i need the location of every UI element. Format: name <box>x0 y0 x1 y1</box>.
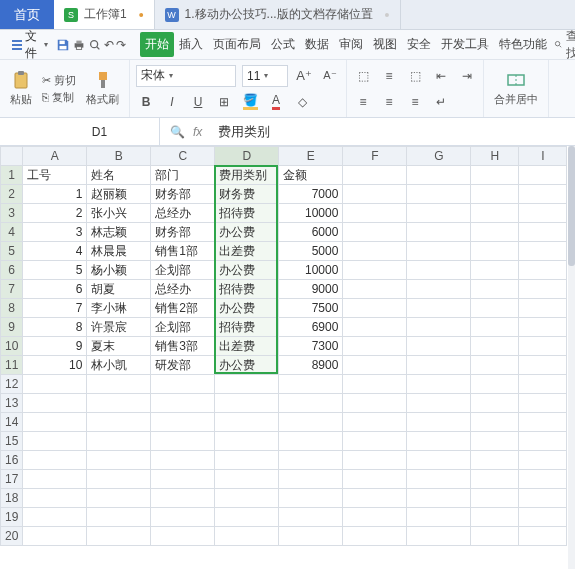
decrease-font-button[interactable]: A⁻ <box>320 66 340 86</box>
print-button[interactable] <box>72 34 86 56</box>
cell[interactable] <box>151 451 215 470</box>
cell[interactable] <box>407 470 471 489</box>
cell[interactable]: 6 <box>23 280 87 299</box>
cell[interactable] <box>471 242 519 261</box>
row-header[interactable]: 15 <box>1 432 23 451</box>
formula-input[interactable]: 费用类别 <box>212 123 575 141</box>
cell[interactable] <box>215 527 279 546</box>
cell[interactable] <box>471 489 519 508</box>
cell[interactable] <box>471 527 519 546</box>
col-header-H[interactable]: H <box>471 147 519 166</box>
cell[interactable]: 李小琳 <box>87 299 151 318</box>
cell[interactable] <box>343 375 407 394</box>
cell[interactable]: 5000 <box>279 242 343 261</box>
cell[interactable] <box>407 527 471 546</box>
cell[interactable]: 企划部 <box>151 318 215 337</box>
name-box[interactable]: D1 <box>40 118 160 145</box>
cell[interactable] <box>87 489 151 508</box>
cell[interactable] <box>343 470 407 489</box>
cell[interactable]: 7300 <box>279 337 343 356</box>
cell[interactable] <box>471 508 519 527</box>
row-header[interactable]: 7 <box>1 280 23 299</box>
cell[interactable] <box>151 508 215 527</box>
cell[interactable]: 财务部 <box>151 223 215 242</box>
cell[interactable] <box>519 280 567 299</box>
cut-button[interactable]: ✂剪切 <box>42 73 76 88</box>
cell[interactable] <box>519 451 567 470</box>
file-menu[interactable]: 文件 ▾ <box>6 25 54 65</box>
cell[interactable] <box>519 223 567 242</box>
ribbon-tab-9[interactable]: 特色功能 <box>494 32 552 57</box>
italic-button[interactable]: I <box>162 92 182 112</box>
lookup-icon[interactable]: 🔍 <box>170 125 185 139</box>
preview-button[interactable] <box>88 34 102 56</box>
cell[interactable] <box>279 394 343 413</box>
col-header-G[interactable]: G <box>407 147 471 166</box>
cell[interactable] <box>151 394 215 413</box>
align-right-button[interactable]: ≡ <box>405 92 425 112</box>
cell[interactable] <box>215 432 279 451</box>
wrap-text-button[interactable]: ↵ <box>431 92 451 112</box>
cell[interactable]: 杨小颖 <box>87 261 151 280</box>
cell[interactable]: 工号 <box>23 166 87 185</box>
cell[interactable] <box>343 489 407 508</box>
cell[interactable]: 9000 <box>279 280 343 299</box>
cell[interactable] <box>407 204 471 223</box>
cell[interactable]: 6900 <box>279 318 343 337</box>
cell[interactable] <box>519 318 567 337</box>
cell[interactable] <box>519 337 567 356</box>
cell[interactable] <box>151 470 215 489</box>
cell[interactable] <box>215 489 279 508</box>
cell[interactable] <box>471 299 519 318</box>
cell[interactable] <box>87 451 151 470</box>
cell[interactable] <box>343 451 407 470</box>
cell[interactable]: 财务部 <box>151 185 215 204</box>
cell[interactable] <box>87 508 151 527</box>
cell[interactable] <box>407 318 471 337</box>
clear-format-button[interactable]: ◇ <box>292 92 312 112</box>
cell[interactable] <box>519 413 567 432</box>
cell[interactable]: 销售1部 <box>151 242 215 261</box>
ribbon-tab-7[interactable]: 安全 <box>402 32 436 57</box>
decrease-indent-button[interactable]: ⇤ <box>431 66 451 86</box>
cell[interactable] <box>519 394 567 413</box>
cell[interactable] <box>215 394 279 413</box>
cell[interactable] <box>279 470 343 489</box>
cell[interactable] <box>87 432 151 451</box>
cell[interactable]: 10000 <box>279 204 343 223</box>
row-header[interactable]: 13 <box>1 394 23 413</box>
cell[interactable] <box>519 508 567 527</box>
row-header[interactable]: 4 <box>1 223 23 242</box>
cell[interactable] <box>343 413 407 432</box>
spreadsheet-grid[interactable]: ABCDEFGHI1工号姓名部门费用类别金额21赵丽颖财务部财务费700032张… <box>0 146 575 569</box>
cell[interactable] <box>471 280 519 299</box>
row-header[interactable]: 10 <box>1 337 23 356</box>
cell[interactable] <box>343 185 407 204</box>
cell[interactable] <box>407 413 471 432</box>
cell[interactable] <box>23 394 87 413</box>
cell[interactable]: 销售3部 <box>151 337 215 356</box>
cell[interactable]: 4 <box>23 242 87 261</box>
cell[interactable]: 企划部 <box>151 261 215 280</box>
undo-button[interactable]: ↶ <box>104 34 114 56</box>
cell[interactable] <box>519 432 567 451</box>
cell[interactable]: 招待费 <box>215 318 279 337</box>
cell[interactable] <box>23 527 87 546</box>
cell[interactable] <box>519 242 567 261</box>
cell[interactable]: 总经办 <box>151 280 215 299</box>
cell[interactable] <box>87 527 151 546</box>
cell[interactable] <box>23 432 87 451</box>
cell[interactable] <box>519 375 567 394</box>
cell[interactable] <box>407 489 471 508</box>
row-header[interactable]: 3 <box>1 204 23 223</box>
row-header[interactable]: 6 <box>1 261 23 280</box>
paste-button[interactable]: 粘贴 <box>6 68 36 109</box>
align-top-button[interactable]: ⬚ <box>353 66 373 86</box>
cell[interactable]: 办公费 <box>215 223 279 242</box>
cell[interactable]: 许景宸 <box>87 318 151 337</box>
cell[interactable] <box>407 432 471 451</box>
ribbon-tab-2[interactable]: 页面布局 <box>208 32 266 57</box>
row-header[interactable]: 12 <box>1 375 23 394</box>
col-header-F[interactable]: F <box>343 147 407 166</box>
cell[interactable] <box>519 470 567 489</box>
